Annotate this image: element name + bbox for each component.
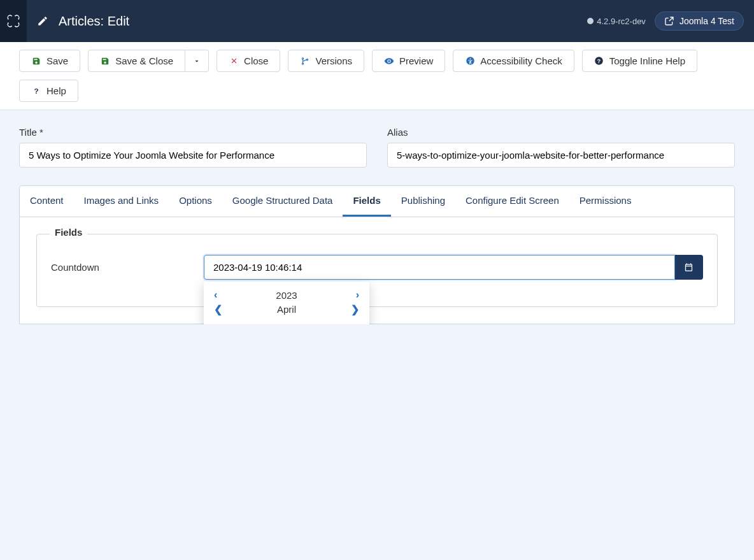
form-area: Title * Alias Content Images and Links O… <box>0 110 754 324</box>
versions-button[interactable]: Versions <box>288 50 364 72</box>
svg-point-2 <box>302 62 304 64</box>
save-icon <box>100 56 110 66</box>
topbar: Articles: Edit 4.2.9-rc2-dev Joomla 4 Te… <box>0 0 754 42</box>
question-icon: ? <box>31 86 41 96</box>
open-site-button[interactable]: Joomla 4 Test <box>655 11 744 31</box>
close-icon <box>229 56 239 66</box>
calendar-month: April <box>277 304 296 315</box>
alias-input[interactable] <box>387 143 735 168</box>
save-button[interactable]: Save <box>19 50 80 72</box>
weekday-header: Thu <box>307 320 327 324</box>
prev-month-button[interactable]: ❮ <box>210 303 226 315</box>
calendar-popup: ‹ 2023 › ❮ April ❯ wkSunMonTueWedThuFriS… <box>204 282 369 324</box>
tab-gsd[interactable]: Google Structured Data <box>222 186 343 217</box>
eye-icon <box>384 56 394 66</box>
accessibility-button[interactable]: Accessibility Check <box>453 50 574 72</box>
title-label: Title * <box>19 127 367 138</box>
tabs: Content Images and Links Options Google … <box>19 185 735 217</box>
save-close-group: Save & Close <box>88 50 209 72</box>
svg-text:?: ? <box>34 87 38 95</box>
weekday-header: Fri <box>327 320 346 324</box>
preview-button[interactable]: Preview <box>372 50 445 72</box>
save-close-dropdown[interactable] <box>185 50 209 72</box>
svg-point-1 <box>302 57 304 59</box>
save-close-button[interactable]: Save & Close <box>88 50 185 72</box>
calendar-year: 2023 <box>276 290 297 301</box>
title-input[interactable] <box>19 143 367 168</box>
help-button[interactable]: ? Help <box>19 80 78 102</box>
tab-images[interactable]: Images and Links <box>74 186 169 217</box>
svg-text:?: ? <box>597 58 601 64</box>
weekday-header: Sun <box>227 320 246 324</box>
next-month-button[interactable]: ❯ <box>347 303 363 315</box>
joomla-icon <box>6 14 20 28</box>
tab-permissions[interactable]: Permissions <box>569 186 642 217</box>
svg-point-5 <box>469 58 471 59</box>
version-indicator: 4.2.9-rc2-dev <box>587 17 646 26</box>
sidebar-toggle-strip[interactable] <box>0 0 27 42</box>
countdown-input[interactable] <box>204 255 675 280</box>
tab-config[interactable]: Configure Edit Screen <box>455 186 569 217</box>
panel-fields: Fields Countdown ‹ 2023 › <box>19 217 735 324</box>
tab-publishing[interactable]: Publishing <box>391 186 455 217</box>
tab-content[interactable]: Content <box>20 186 74 217</box>
weekday-header: wk <box>208 320 227 324</box>
prev-year-button[interactable]: ‹ <box>210 289 221 301</box>
calendar-open-button[interactable] <box>675 255 703 280</box>
svg-point-0 <box>587 18 594 24</box>
close-button[interactable]: Close <box>217 50 280 72</box>
chevron-down-icon <box>193 57 201 65</box>
weekday-header: Mon <box>247 320 267 324</box>
tab-fields[interactable]: Fields <box>343 186 390 217</box>
page-title: Articles: Edit <box>59 14 129 29</box>
countdown-label: Countdown <box>51 262 191 273</box>
alias-label: Alias <box>387 127 735 138</box>
question-circle-icon: ? <box>594 56 604 66</box>
calendar-grid: wkSunMonTueWedThuFriSat 1226272829303111… <box>208 320 366 324</box>
weekday-header: Tue <box>267 320 287 324</box>
toggle-help-button[interactable]: ? Toggle Inline Help <box>582 50 697 72</box>
tab-options[interactable]: Options <box>169 186 222 217</box>
toolbar: Save Save & Close Close Versions Preview… <box>0 42 754 110</box>
branch-icon <box>300 56 310 66</box>
save-icon <box>31 56 41 66</box>
next-year-button[interactable]: › <box>352 289 363 301</box>
pencil-icon <box>37 15 48 27</box>
calendar-icon <box>684 262 694 272</box>
accessibility-icon <box>465 56 475 66</box>
fieldset-legend: Fields <box>50 227 87 238</box>
weekday-header: Wed <box>287 320 307 324</box>
weekday-header: Sat <box>346 320 366 324</box>
